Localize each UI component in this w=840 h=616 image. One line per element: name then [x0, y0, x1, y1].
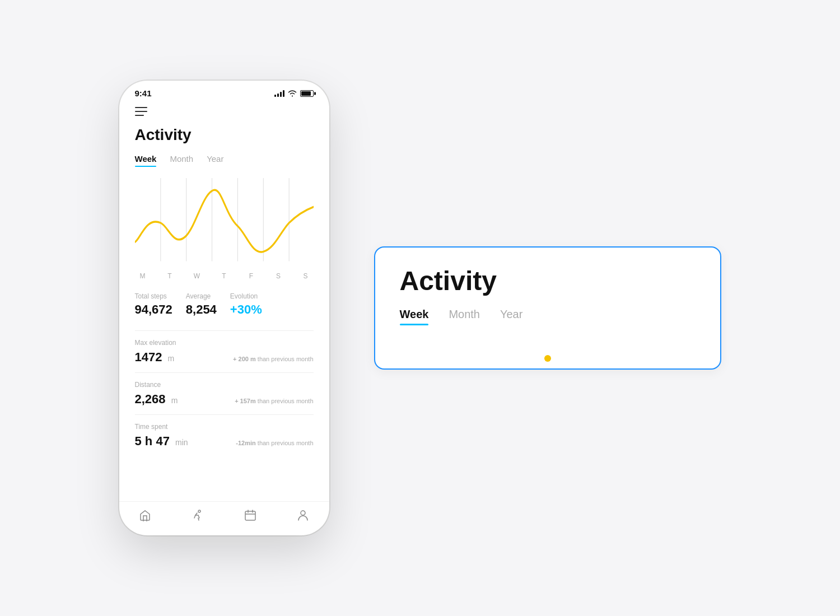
nav-calendar[interactable]: [244, 508, 257, 522]
calendar-icon: [244, 508, 257, 522]
phone-frame: 9:41 Activity: [119, 81, 329, 535]
max-elevation-label: Max elevation: [135, 339, 314, 347]
card-tab-year[interactable]: Year: [500, 308, 522, 325]
day-label-f: F: [246, 272, 257, 280]
tab-year[interactable]: Year: [207, 154, 223, 167]
svg-rect-7: [245, 511, 255, 520]
nav-activity[interactable]: [191, 508, 204, 522]
day-label-m: M: [137, 272, 148, 280]
time-spent-compare: -12min than previous month: [236, 440, 313, 446]
activity-run-icon: [191, 508, 204, 522]
average-stat: Average 8,254: [186, 292, 217, 317]
activity-card: Activity Week Month Year: [374, 246, 721, 370]
nav-profile[interactable]: [296, 508, 310, 522]
menu-icon[interactable]: [135, 107, 314, 116]
activity-chart: [135, 178, 314, 268]
stats-row: Total steps 94,672 Average 8,254 Evoluti…: [135, 292, 314, 317]
wifi-icon: [288, 90, 297, 97]
bottom-nav: [119, 501, 329, 535]
card-title: Activity: [400, 268, 696, 295]
day-label-s1: S: [273, 272, 284, 280]
max-elevation-metric: Max elevation 1472 m + 200 m than previo…: [135, 330, 314, 372]
day-label-w: W: [192, 272, 203, 280]
time-spent-row: 5 h 47 min -12min than previous month: [135, 434, 314, 449]
distance-compare: + 157m than previous month: [235, 398, 313, 404]
total-steps-stat: Total steps 94,672: [135, 292, 172, 317]
home-icon: [138, 508, 152, 522]
svg-point-11: [301, 511, 305, 515]
status-bar: 9:41: [119, 81, 329, 102]
card-tabs: Week Month Year: [400, 308, 696, 325]
total-steps-label: Total steps: [135, 292, 172, 300]
distance-label: Distance: [135, 381, 314, 389]
card-tab-month[interactable]: Month: [449, 308, 480, 325]
evolution-label: Evolution: [230, 292, 262, 300]
period-tabs: Week Month Year: [135, 154, 314, 167]
max-elevation-compare: + 200 m than previous month: [233, 356, 313, 362]
phone-mockup: 9:41 Activity: [119, 81, 329, 535]
day-labels: M T W T F S S: [135, 272, 314, 280]
distance-metric: Distance 2,268 m + 157m than previous mo…: [135, 372, 314, 414]
day-label-s2: S: [300, 272, 311, 280]
max-elevation-row: 1472 m + 200 m than previous month: [135, 350, 314, 365]
tab-month[interactable]: Month: [170, 154, 193, 167]
time-spent-label: Time spent: [135, 423, 314, 431]
evolution-value: +30%: [230, 302, 262, 317]
page-title: Activity: [135, 126, 314, 144]
nav-home[interactable]: [138, 508, 152, 522]
profile-icon: [296, 508, 310, 522]
day-label-t2: T: [218, 272, 230, 280]
average-label: Average: [186, 292, 217, 300]
right-panel: Activity Week Month Year: [374, 246, 721, 370]
phone-content: Activity Week Month Year: [119, 102, 329, 501]
chart-svg: [135, 178, 314, 268]
average-value: 8,254: [186, 302, 217, 317]
day-label-t1: T: [164, 272, 175, 280]
distance-value: 2,268 m: [135, 392, 178, 407]
svg-point-6: [198, 510, 200, 512]
distance-row: 2,268 m + 157m than previous month: [135, 392, 314, 407]
evolution-stat: Evolution +30%: [230, 292, 262, 317]
status-time: 9:41: [135, 88, 152, 98]
battery-icon: [300, 90, 314, 97]
signal-icon: [274, 90, 284, 97]
tab-week[interactable]: Week: [135, 154, 157, 167]
total-steps-value: 94,672: [135, 302, 172, 317]
time-spent-value: 5 h 47 min: [135, 434, 188, 449]
card-chart-dot: [544, 355, 551, 362]
card-tab-week[interactable]: Week: [400, 308, 429, 325]
max-elevation-value: 1472 m: [135, 350, 175, 365]
status-icons: [274, 90, 314, 97]
time-spent-metric: Time spent 5 h 47 min -12min than previo…: [135, 414, 314, 456]
